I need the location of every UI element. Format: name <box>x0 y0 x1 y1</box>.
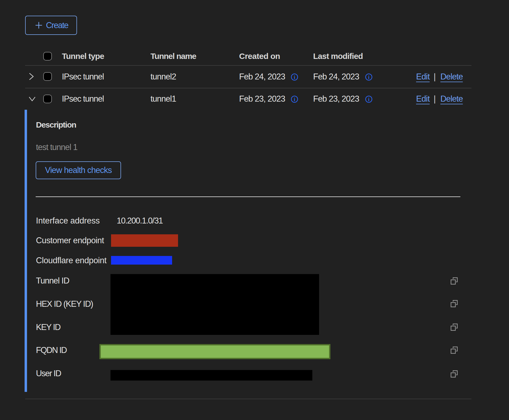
svg-text:i: i <box>368 97 369 102</box>
svg-text:i: i <box>368 75 369 80</box>
svg-text:i: i <box>294 97 295 102</box>
svg-text:i: i <box>294 75 295 80</box>
